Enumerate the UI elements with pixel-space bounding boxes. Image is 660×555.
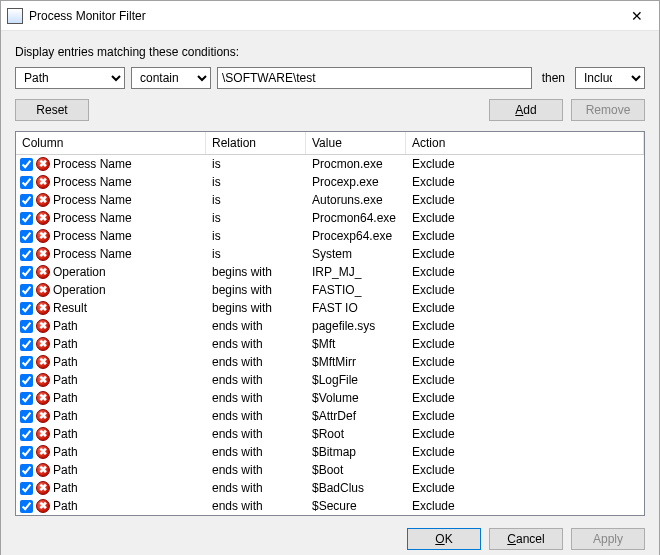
exclude-icon: ✖ [36,427,50,441]
rules-list[interactable]: Column Relation Value Action ✖Process Na… [15,131,645,516]
rule-value: FAST IO [306,301,406,315]
rule-value: Autoruns.exe [306,193,406,207]
rule-relation: ends with [206,373,306,387]
rule-column: Result [53,301,87,315]
table-row[interactable]: ✖Pathends with$AttrDefExclude [16,407,644,425]
filter-action-select[interactable]: Include [575,67,645,89]
table-row[interactable]: ✖Process NameisProcmon64.exeExclude [16,209,644,227]
header-relation[interactable]: Relation [206,132,306,154]
filter-buttons-row: Reset Add Remove [15,99,645,121]
table-row[interactable]: ✖Pathends with$LogFileExclude [16,371,644,389]
rule-checkbox[interactable] [20,410,33,423]
filter-value-input[interactable] [217,67,532,89]
rule-column: Process Name [53,211,132,225]
remove-button[interactable]: Remove [571,99,645,121]
rule-column: Path [53,445,78,459]
rule-checkbox[interactable] [20,392,33,405]
dialog-window: Process Monitor Filter ✕ Display entries… [0,0,660,555]
table-row[interactable]: ✖Pathends with$RootExclude [16,425,644,443]
rule-checkbox[interactable] [20,500,33,513]
rule-checkbox[interactable] [20,266,33,279]
filter-column-select[interactable]: Path [15,67,125,89]
table-row[interactable]: ✖Process NameisProcexp.exeExclude [16,173,644,191]
rule-checkbox[interactable] [20,176,33,189]
table-row[interactable]: ✖Pathends with$SecureExclude [16,497,644,515]
rule-relation: is [206,247,306,261]
rule-action: Exclude [406,301,644,315]
exclude-icon: ✖ [36,283,50,297]
table-row[interactable]: ✖Pathends with$MftExclude [16,335,644,353]
rule-action: Exclude [406,337,644,351]
table-row[interactable]: ✖Process NameisSystemExclude [16,245,644,263]
rule-relation: ends with [206,319,306,333]
rule-checkbox[interactable] [20,212,33,225]
rule-value: $LogFile [306,373,406,387]
rule-checkbox[interactable] [20,158,33,171]
rule-checkbox[interactable] [20,230,33,243]
rule-action: Exclude [406,319,644,333]
table-row[interactable]: ✖Pathends with$BadClusExclude [16,479,644,497]
table-row[interactable]: ✖Pathends withpagefile.sysExclude [16,317,644,335]
exclude-icon: ✖ [36,211,50,225]
rule-checkbox[interactable] [20,356,33,369]
exclude-icon: ✖ [36,319,50,333]
rules-list-header[interactable]: Column Relation Value Action [16,132,644,155]
rule-action: Exclude [406,373,644,387]
rule-checkbox[interactable] [20,446,33,459]
table-row[interactable]: ✖Process NameisAutoruns.exeExclude [16,191,644,209]
table-row[interactable]: ✖Process NameisProcexp64.exeExclude [16,227,644,245]
rule-checkbox[interactable] [20,374,33,387]
rule-checkbox[interactable] [20,428,33,441]
exclude-icon: ✖ [36,247,50,261]
rule-checkbox[interactable] [20,194,33,207]
rule-column: Path [53,319,78,333]
rule-action: Exclude [406,391,644,405]
table-row[interactable]: ✖Process NameisProcmon.exeExclude [16,155,644,173]
rule-checkbox[interactable] [20,464,33,477]
exclude-icon: ✖ [36,445,50,459]
rule-value: IRP_MJ_ [306,265,406,279]
rule-column: Path [53,499,78,513]
table-row[interactable]: ✖Pathends with$MftMirrExclude [16,353,644,371]
rule-column: Path [53,481,78,495]
rule-column: Path [53,391,78,405]
table-row[interactable]: ✖Pathends with$BitmapExclude [16,443,644,461]
rule-checkbox[interactable] [20,338,33,351]
reset-button[interactable]: Reset [15,99,89,121]
apply-button[interactable]: Apply [571,528,645,550]
rule-action: Exclude [406,175,644,189]
rule-checkbox[interactable] [20,284,33,297]
rule-relation: is [206,193,306,207]
ok-button[interactable]: OK [407,528,481,550]
rule-column: Process Name [53,175,132,189]
rule-checkbox[interactable] [20,320,33,333]
header-column[interactable]: Column [16,132,206,154]
table-row[interactable]: ✖Pathends with$VolumeExclude [16,389,644,407]
rule-checkbox[interactable] [20,302,33,315]
exclude-icon: ✖ [36,265,50,279]
exclude-icon: ✖ [36,373,50,387]
rule-relation: ends with [206,499,306,513]
header-action[interactable]: Action [406,132,644,154]
rule-column: Path [53,373,78,387]
rule-value: $Boot [306,463,406,477]
cancel-button[interactable]: Cancel [489,528,563,550]
table-row[interactable]: ✖Pathends with$BootExclude [16,461,644,479]
rule-column: Path [53,427,78,441]
rule-checkbox[interactable] [20,482,33,495]
rules-list-body[interactable]: ✖Process NameisProcmon.exeExclude✖Proces… [16,155,644,515]
header-value[interactable]: Value [306,132,406,154]
close-button[interactable]: ✕ [614,1,659,30]
rule-relation: is [206,229,306,243]
titlebar[interactable]: Process Monitor Filter ✕ [1,1,659,31]
rule-relation: is [206,175,306,189]
add-button[interactable]: Add [489,99,563,121]
rule-relation: is [206,157,306,171]
rule-value: Procmon64.exe [306,211,406,225]
table-row[interactable]: ✖Operationbegins withFASTIO_Exclude [16,281,644,299]
table-row[interactable]: ✖Operationbegins withIRP_MJ_Exclude [16,263,644,281]
filter-relation-select[interactable]: contains [131,67,211,89]
table-row[interactable]: ✖Resultbegins withFAST IOExclude [16,299,644,317]
rule-checkbox[interactable] [20,248,33,261]
rule-column: Process Name [53,157,132,171]
